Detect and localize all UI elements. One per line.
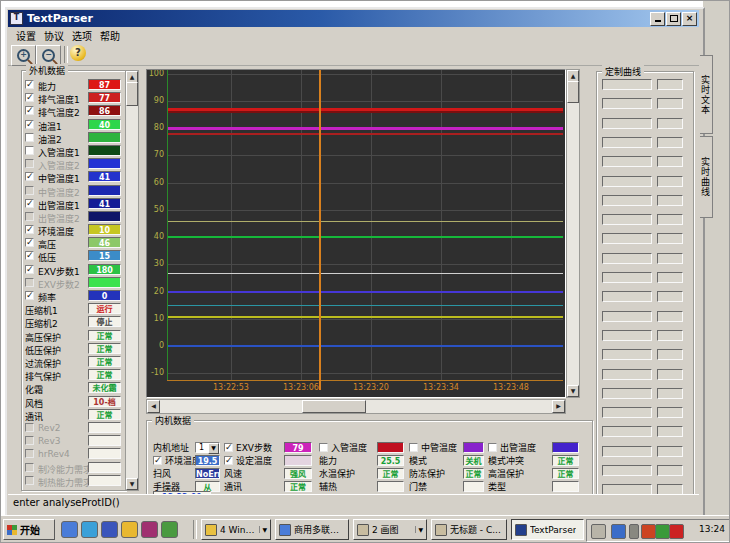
tab-realtime-text[interactable]: 实时文本 — [700, 55, 713, 134]
custom-curve-slot[interactable] — [602, 137, 652, 148]
custom-curve-value-slot[interactable] — [657, 291, 683, 302]
checkbox[interactable]: ✓ — [25, 93, 34, 102]
checkbox[interactable]: ✓ — [25, 238, 34, 247]
custom-curve-value-slot[interactable] — [657, 98, 683, 109]
taskbar-button-1[interactable]: 商用多联机... — [275, 519, 349, 540]
custom-curve-value-slot[interactable] — [657, 233, 683, 244]
chevron-down-icon[interactable]: ▼ — [208, 443, 219, 454]
alert-red-icon[interactable] — [669, 524, 684, 539]
scroll-arrows-icon[interactable] — [629, 524, 639, 539]
checkbox[interactable] — [409, 443, 418, 452]
custom-curve-value-slot[interactable] — [657, 137, 683, 148]
minimize-button[interactable] — [650, 12, 665, 26]
checkbox[interactable] — [25, 449, 34, 458]
indoor-address-dropdown[interactable]: 1▼ — [195, 442, 220, 453]
scroll-right-icon[interactable]: ▶ — [552, 400, 565, 413]
custom-curve-value-slot[interactable] — [657, 349, 683, 360]
custom-curve-slot[interactable] — [602, 369, 652, 380]
title-bar[interactable]: T TextParser × — [8, 10, 699, 27]
custom-curve-value-slot[interactable] — [657, 388, 683, 399]
checkbox[interactable] — [25, 212, 34, 221]
checkbox[interactable] — [25, 146, 34, 155]
custom-curve-slot[interactable] — [602, 311, 652, 322]
scrollbar-thumb[interactable] — [302, 400, 366, 413]
outdoor-scrollbar[interactable]: ▲ ▼ — [125, 70, 139, 491]
tab-realtime-curve[interactable]: 实时曲线 — [700, 136, 713, 218]
custom-curve-slot[interactable] — [602, 98, 652, 109]
custom-curve-value-slot[interactable] — [657, 156, 683, 167]
custom-curve-slot[interactable] — [602, 330, 652, 341]
checkbox[interactable]: ✓ — [25, 225, 34, 234]
menu-item-2[interactable]: 选项 — [68, 27, 96, 44]
menu-item-3[interactable]: 帮助 — [96, 27, 124, 44]
help-icon[interactable]: ? — [70, 45, 86, 61]
checkbox[interactable] — [25, 159, 34, 168]
taskbar-button-0[interactable]: 4 Windows ...▼ — [201, 519, 271, 540]
custom-curve-value-slot[interactable] — [657, 176, 683, 187]
menu-item-0[interactable]: 设置 — [12, 27, 40, 44]
network-icon[interactable] — [611, 524, 626, 539]
printer-icon[interactable] — [591, 524, 606, 539]
scroll-left-icon[interactable]: ◀ — [147, 400, 160, 413]
antivirus-icon[interactable] — [641, 524, 656, 539]
custom-curve-slot[interactable] — [602, 272, 652, 283]
custom-curve-slot[interactable] — [602, 118, 652, 129]
custom-curve-value-slot[interactable] — [657, 311, 683, 322]
custom-curve-slot[interactable] — [602, 79, 652, 90]
scroll-down-icon[interactable]: ▼ — [126, 478, 138, 490]
custom-curve-slot[interactable] — [602, 214, 652, 225]
checkbox[interactable] — [25, 278, 34, 287]
checkbox[interactable]: ✓ — [25, 80, 34, 89]
custom-curve-value-slot[interactable] — [657, 79, 683, 90]
custom-curve-value-slot[interactable] — [657, 272, 683, 283]
checkbox[interactable]: ✓ — [224, 443, 233, 452]
checkbox[interactable] — [25, 133, 34, 142]
custom-curve-value-slot[interactable] — [657, 465, 683, 476]
checkbox[interactable] — [25, 186, 34, 195]
custom-curve-slot[interactable] — [602, 349, 652, 360]
checkbox[interactable]: ✓ — [25, 172, 34, 181]
custom-curve-value-slot[interactable] — [657, 407, 683, 418]
custom-curve-value-slot[interactable] — [657, 446, 683, 457]
checkbox[interactable]: ✓ — [25, 120, 34, 129]
scrollbar-thumb[interactable] — [126, 82, 138, 106]
checkbox[interactable]: ✓ — [153, 456, 162, 465]
scrollbar-thumb[interactable] — [567, 81, 579, 103]
custom-curve-value-slot[interactable] — [657, 253, 683, 264]
checkbox[interactable]: ✓ — [25, 265, 34, 274]
custom-curve-value-slot[interactable] — [657, 195, 683, 206]
close-button[interactable]: × — [682, 12, 697, 26]
custom-curve-value-slot[interactable] — [657, 330, 683, 341]
custom-curve-slot[interactable] — [602, 426, 652, 437]
custom-curve-value-slot[interactable] — [657, 118, 683, 129]
chart-plot[interactable]: 1009080706050403020100-1013:22:5313:23:0… — [146, 69, 566, 398]
chevron-down-icon[interactable]: ▼ — [259, 526, 267, 533]
checkbox[interactable]: ✓ — [25, 199, 34, 208]
custom-curve-slot[interactable] — [602, 388, 652, 399]
checkbox[interactable] — [488, 443, 497, 452]
chart-hscrollbar[interactable]: ◀ ▶ — [146, 399, 566, 414]
custom-curve-slot[interactable] — [602, 195, 652, 206]
custom-curve-slot[interactable] — [602, 156, 652, 167]
custom-curve-slot[interactable] — [602, 407, 652, 418]
taskbar-button-3[interactable]: 无标题 - C... — [431, 519, 507, 540]
custom-curve-slot[interactable] — [602, 233, 652, 244]
taskbar-button-4[interactable]: TextParser — [511, 519, 584, 540]
checkbox[interactable]: ✓ — [25, 106, 34, 115]
zoom-in-button[interactable]: + — [11, 45, 36, 66]
checkbox[interactable] — [319, 443, 328, 452]
custom-curve-slot[interactable] — [602, 465, 652, 476]
checkbox[interactable]: ✓ — [25, 251, 34, 260]
custom-curve-value-slot[interactable] — [657, 426, 683, 437]
checkbox[interactable] — [25, 476, 34, 485]
status-green-icon[interactable] — [655, 524, 670, 539]
chart-vscrollbar[interactable]: ▲ ▼ — [566, 69, 580, 398]
checkbox[interactable] — [25, 436, 34, 445]
custom-curve-value-slot[interactable] — [657, 214, 683, 225]
zoom-out-button[interactable]: − — [36, 45, 61, 66]
custom-curve-slot[interactable] — [602, 253, 652, 264]
custom-curve-slot[interactable] — [602, 291, 652, 302]
custom-curve-slot[interactable] — [602, 446, 652, 457]
time-cursor[interactable] — [319, 70, 321, 390]
taskbar-button-2[interactable]: 2 画图▼ — [353, 519, 427, 540]
